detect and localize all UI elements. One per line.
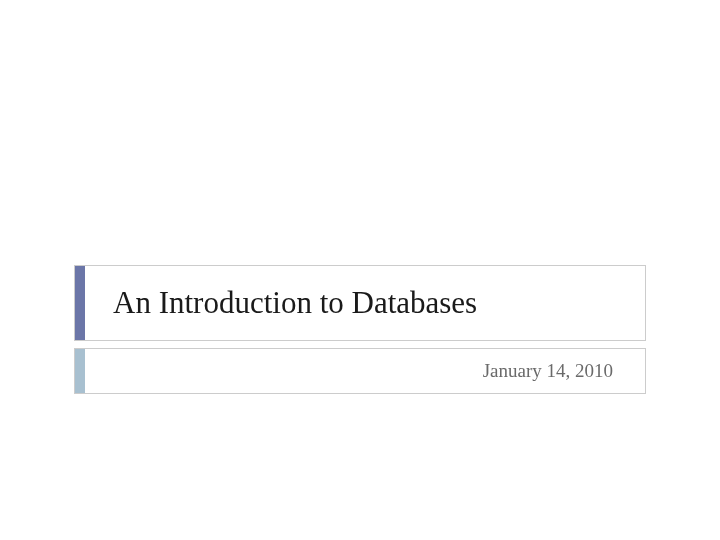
slide-title: An Introduction to Databases xyxy=(85,285,477,321)
slide-container: An Introduction to Databases January 14,… xyxy=(0,0,720,540)
title-accent-bar xyxy=(75,266,85,340)
title-block: An Introduction to Databases xyxy=(74,265,646,341)
subtitle-block: January 14, 2010 xyxy=(74,348,646,394)
subtitle-accent-bar xyxy=(75,349,85,393)
slide-subtitle: January 14, 2010 xyxy=(483,360,645,382)
